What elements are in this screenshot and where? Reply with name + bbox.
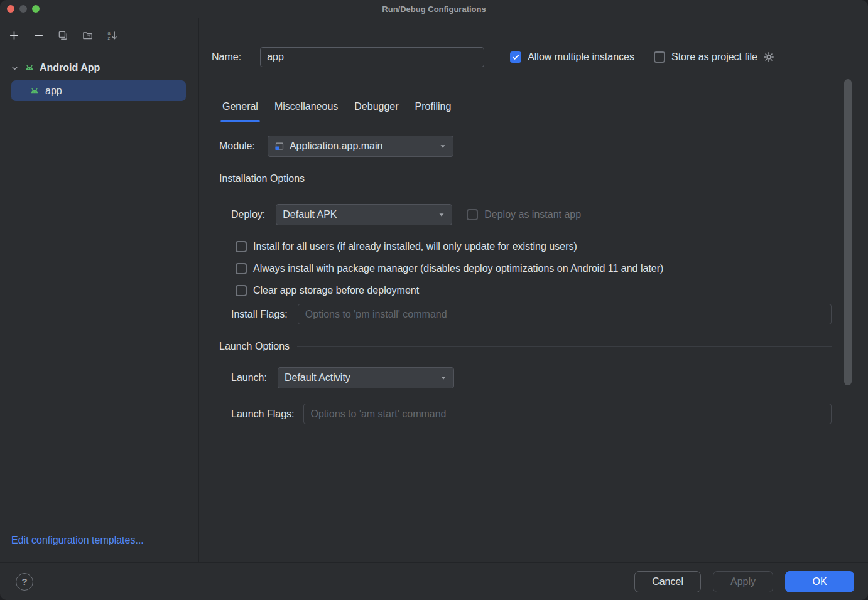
configuration-tabs: General Miscellaneous Debugger Profiling [214, 92, 868, 122]
tab-profiling[interactable]: Profiling [407, 92, 460, 122]
deploy-select[interactable]: Default APK [276, 204, 452, 225]
checkbox-unchecked-icon [654, 51, 665, 63]
question-mark-icon: ? [21, 576, 27, 587]
configurations-sidebar: az Android App [0, 18, 199, 562]
sidebar-toolbar: az [0, 18, 198, 52]
launch-flags-row: Launch Flags: [231, 404, 832, 424]
chevron-down-icon[interactable] [10, 63, 19, 73]
checkbox-unchecked-icon [236, 241, 247, 252]
launch-options-title: Launch Options [219, 341, 290, 352]
checkbox-unchecked-icon [236, 263, 247, 274]
close-window-button[interactable] [7, 5, 14, 13]
android-icon [24, 63, 35, 73]
copy-icon [58, 30, 68, 41]
sidebar-footer: Edit configuration templates... [0, 535, 198, 562]
module-icon [274, 141, 285, 151]
configurations-tree: Android App app [0, 52, 198, 101]
launch-row: Launch: Default Activity [231, 367, 832, 388]
name-input[interactable] [260, 47, 484, 67]
traffic-lights [7, 0, 40, 18]
ok-button[interactable]: OK [785, 571, 854, 592]
store-as-project-file-checkbox[interactable]: Store as project file [654, 51, 757, 63]
clear-app-storage-label: Clear app storage before deployment [253, 285, 419, 296]
deploy-as-instant-app-checkbox[interactable]: Deploy as instant app [467, 209, 581, 220]
dropdown-arrow-icon [438, 142, 447, 151]
tree-item-label: app [45, 85, 62, 97]
install-for-all-users-label: Install for all users (if already instal… [253, 241, 577, 252]
window-title: Run/Debug Configurations [382, 4, 486, 14]
install-for-all-users-checkbox[interactable]: Install for all users (if already instal… [236, 235, 832, 257]
name-label: Name: [212, 51, 241, 63]
configuration-editor: Name: Allow multiple instances Store as … [199, 18, 868, 562]
minus-icon [33, 30, 44, 41]
store-settings-button[interactable] [763, 51, 774, 63]
tree-group-label: Android App [40, 62, 100, 73]
install-options-checkbox-group: Install for all users (if already instal… [236, 235, 832, 301]
install-flags-label: Install Flags: [231, 309, 288, 320]
tab-miscellaneous[interactable]: Miscellaneous [266, 92, 346, 122]
edit-configuration-templates-link[interactable]: Edit configuration templates... [11, 535, 144, 546]
launch-options-section-header: Launch Options [219, 340, 832, 353]
checkbox-disabled-icon [467, 209, 478, 220]
installation-options-title: Installation Options [219, 173, 305, 185]
deploy-row: Deploy: Default APK Deploy as instant ap… [231, 203, 832, 225]
sort-az-icon: az [107, 30, 117, 41]
copy-configuration-button[interactable] [54, 26, 72, 44]
deploy-value: Default APK [283, 209, 337, 220]
tab-debugger[interactable]: Debugger [346, 92, 406, 122]
module-select[interactable]: Application.app.main [268, 136, 453, 157]
launch-select[interactable]: Default Activity [278, 367, 454, 388]
plus-icon [9, 30, 19, 41]
section-divider [312, 179, 832, 179]
launch-flags-input[interactable] [303, 404, 832, 424]
dropdown-arrow-icon [439, 373, 448, 382]
module-label: Module: [219, 141, 255, 152]
tree-group-android-app[interactable]: Android App [0, 57, 198, 78]
launch-value: Default Activity [285, 372, 350, 383]
dialog-footer: ? Cancel Apply OK [0, 562, 868, 600]
install-flags-row: Install Flags: [231, 304, 832, 324]
clear-app-storage-checkbox[interactable]: Clear app storage before deployment [236, 279, 832, 301]
cancel-button[interactable]: Cancel [634, 571, 701, 592]
module-row: Module: Application.app.main [219, 136, 832, 157]
run-debug-configurations-dialog: Run/Debug Configurations [0, 0, 868, 600]
minimize-window-button [19, 5, 27, 13]
dialog-body: az Android App [0, 18, 868, 562]
checkbox-checked-icon [510, 51, 521, 63]
add-configuration-button[interactable] [5, 26, 23, 44]
gear-icon [763, 51, 774, 63]
tab-general[interactable]: General [214, 92, 266, 122]
apply-button[interactable]: Apply [713, 571, 773, 592]
zoom-window-button[interactable] [32, 5, 40, 13]
install-flags-input[interactable] [298, 304, 832, 324]
new-folder-icon [82, 30, 93, 41]
titlebar: Run/Debug Configurations [0, 0, 868, 18]
store-as-project-file-label: Store as project file [671, 51, 757, 63]
deploy-label: Deploy: [231, 209, 265, 220]
remove-configuration-button[interactable] [30, 26, 47, 44]
dropdown-arrow-icon [437, 210, 446, 219]
allow-multiple-instances-checkbox[interactable]: Allow multiple instances [510, 51, 634, 63]
section-divider [297, 346, 832, 347]
deploy-as-instant-app-label: Deploy as instant app [484, 209, 581, 220]
launch-flags-label: Launch Flags: [231, 409, 295, 420]
new-folder-button[interactable] [79, 26, 96, 44]
android-icon [30, 86, 40, 96]
allow-multiple-instances-label: Allow multiple instances [528, 51, 634, 63]
vertical-scrollbar[interactable] [844, 79, 852, 385]
always-install-package-manager-checkbox[interactable]: Always install with package manager (dis… [236, 257, 832, 279]
help-button[interactable]: ? [16, 573, 33, 591]
launch-label: Launch: [231, 372, 267, 383]
installation-options-section-header: Installation Options [219, 172, 832, 186]
general-tab-panel: Module: Application.app.main Installatio… [219, 136, 832, 424]
tree-item-app[interactable]: app [11, 80, 186, 101]
checkbox-unchecked-icon [236, 285, 247, 296]
name-row: Name: Allow multiple instances Store as … [212, 47, 843, 67]
svg-text:z: z [107, 35, 110, 41]
module-value: Application.app.main [290, 141, 383, 152]
always-install-package-manager-label: Always install with package manager (dis… [253, 263, 663, 274]
sort-configurations-button[interactable]: az [103, 26, 121, 44]
